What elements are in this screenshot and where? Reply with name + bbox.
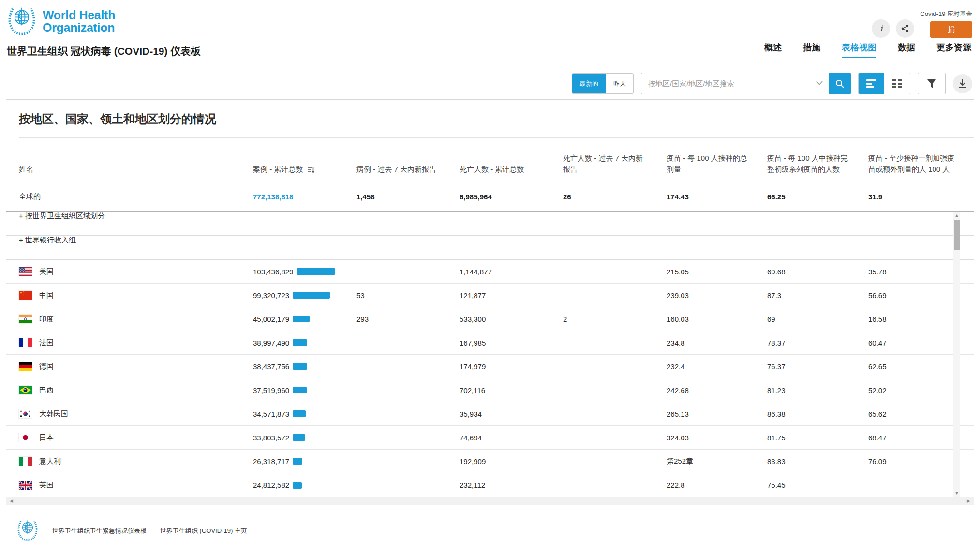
table-row[interactable]: 美国103,436,8291,144,877215.0569.6835.78	[6, 260, 974, 284]
column-header-0[interactable]: 姓名	[19, 159, 253, 182]
table-header-row: 姓名案例 - 累计总数病例 - 过去 7 天内新报告死亡人数 - 累计总数死亡人…	[6, 138, 974, 182]
vax-doses-value: 242.68	[667, 386, 767, 394]
filter-button[interactable]	[918, 73, 946, 94]
vax-full-value: 76.37	[767, 363, 868, 371]
vax-full-value: 83.83	[767, 457, 868, 466]
horizontal-scrollbar[interactable]: ◀ ▶	[6, 497, 974, 505]
cases-cell: 38,437,756	[253, 363, 356, 371]
global-row[interactable]: 全球的 772,138,818 1,458 6,985,964 26 174.4…	[6, 182, 974, 212]
grid-view-button[interactable]	[884, 73, 910, 94]
country-name: 英国	[39, 481, 54, 490]
download-icon	[959, 79, 966, 88]
cases-cell: 103,436,829	[253, 268, 356, 276]
country-name-cell: 意大利	[19, 457, 253, 466]
search-button[interactable]	[829, 73, 851, 94]
grid-view-icon	[892, 79, 902, 88]
table-row[interactable]: 印度45,002,179293533,3002160.036916.58	[6, 307, 974, 331]
vax-full-value: 69	[767, 315, 868, 323]
scroll-right-arrow-icon[interactable]: ▶	[967, 499, 970, 503]
vax-doses-value: 265.13	[667, 410, 767, 418]
global-deaths: 6,985,964	[460, 193, 563, 201]
cases-value: 37,519,960	[253, 386, 289, 394]
group-row-1[interactable]: + 世界银行收入组	[6, 236, 974, 260]
who-emblem-icon	[7, 5, 37, 37]
sort-icon[interactable]	[308, 167, 315, 174]
column-header-4[interactable]: 死亡人数 - 过去 7 天内新报告	[563, 148, 667, 182]
new-cases-value: 53	[356, 291, 460, 300]
nav-tab-overview[interactable]: 概述	[764, 42, 782, 58]
table-row[interactable]: 中国99,320,72353121,877239.0387.356.69	[6, 284, 974, 307]
who-logo-text: World Health Organization	[43, 9, 115, 34]
nav-tab-more-resources[interactable]: 更多资源	[936, 42, 971, 58]
country-name: 日本	[39, 433, 54, 442]
who-logo[interactable]: World Health Organization	[7, 5, 115, 38]
info-button[interactable]: i	[872, 19, 890, 38]
cases-cell: 99,320,723	[253, 291, 356, 300]
cases-bar	[293, 363, 307, 370]
deaths-value: 35,934	[460, 410, 563, 418]
column-header-2[interactable]: 病例 - 过去 7 天内新报告	[356, 159, 460, 182]
chevron-down-icon[interactable]	[816, 81, 823, 85]
vax-full-value: 69.68	[767, 268, 868, 276]
flag-de-icon	[19, 362, 32, 371]
search-input[interactable]	[641, 73, 829, 94]
column-header-7[interactable]: 疫苗 - 至少接种一剂加强疫苗或额外剂量的人 100 人	[868, 148, 974, 182]
column-header-label: 死亡人数 - 累计总数	[460, 164, 524, 175]
cases-value: 24,812,582	[253, 481, 289, 489]
cases-cell: 33,803,572	[253, 434, 356, 442]
table-toolbar: 最新的 昨天	[0, 73, 972, 94]
vax-doses-value: 232.4	[667, 363, 767, 371]
filter-icon	[927, 79, 936, 88]
latest-toggle-button[interactable]: 最新的	[572, 74, 606, 93]
cases-bar	[293, 316, 310, 322]
yesterday-toggle-button[interactable]: 昨天	[606, 74, 633, 93]
vertical-scrollbar[interactable]: ▲ ▼	[953, 212, 960, 497]
flag-br-icon	[19, 386, 32, 394]
covid-fund-label: Covid-19 应对基金	[920, 10, 972, 18]
group-row-0[interactable]: + 按世界卫生组织区域划分	[6, 212, 974, 236]
vertical-scrollbar-thumb[interactable]	[954, 220, 960, 250]
nav-tab-data[interactable]: 数据	[898, 42, 915, 58]
table-row[interactable]: 意大利26,318,717192,909第252章83.8376.09	[6, 450, 974, 473]
bar-view-button[interactable]	[859, 73, 884, 94]
table-row[interactable]: 德国38,437,756174,979232.476.3762.65	[6, 355, 974, 378]
table-row[interactable]: 日本33,803,57274,694324.0381.7568.47	[6, 426, 974, 450]
column-header-3[interactable]: 死亡人数 - 累计总数	[460, 159, 563, 182]
country-name-cell: 印度	[19, 315, 253, 324]
column-header-5[interactable]: 疫苗 - 每 100 人接种的总剂量	[667, 148, 767, 182]
table-row[interactable]: 大韩民国34,571,87335,934265.1386.3865.62	[6, 402, 974, 426]
cases-value: 34,571,873	[253, 410, 289, 418]
footer-link-emergencies-dashboard[interactable]: 世界卫生组织卫生紧急情况仪表板	[52, 527, 147, 535]
country-name-cell: 法国	[19, 338, 253, 347]
flag-kr-icon	[19, 409, 32, 418]
scroll-up-arrow-icon[interactable]: ▲	[953, 213, 960, 218]
table-row[interactable]: 英国24,812,582232,112222.875.45	[6, 473, 974, 497]
deaths-value: 74,694	[460, 434, 563, 442]
scroll-left-arrow-icon[interactable]: ◀	[10, 499, 13, 503]
scroll-down-arrow-icon[interactable]: ▼	[953, 491, 960, 496]
table-row[interactable]: 巴西37,519,960702,116242.6881.2352.02	[6, 378, 974, 402]
vax-doses-value: 239.03	[667, 291, 767, 300]
column-header-6[interactable]: 疫苗 - 每 100 人中接种完整初级系列疫苗的人数	[767, 148, 868, 182]
page-title: 世界卫生组织 冠状病毒 (COVID-19) 仪表板	[7, 45, 201, 58]
column-header-label: 姓名	[19, 164, 33, 175]
flag-in-icon	[19, 315, 32, 323]
table-row[interactable]: 法国38,997,490167,985234.878.3760.47	[6, 331, 974, 355]
nav-tab-table-view[interactable]: 表格视图	[842, 42, 876, 58]
donate-button[interactable]: 捐	[930, 21, 972, 38]
cases-value: 38,437,756	[253, 363, 289, 371]
table-card: 按地区、国家、领土和地区划分的情况 姓名案例 - 累计总数病例 - 过去 7 天…	[6, 99, 974, 505]
deaths-value: 192,909	[460, 457, 563, 466]
nav-tab-measures[interactable]: 措施	[803, 42, 820, 58]
column-header-1[interactable]: 案例 - 累计总数	[253, 159, 356, 182]
share-button[interactable]	[896, 19, 914, 38]
country-name-cell: 大韩民国	[19, 409, 253, 419]
footer-link-covid-home[interactable]: 世界卫生组织 (COVID-19) 主页	[160, 527, 247, 535]
global-cases-link[interactable]: 772,138,818	[253, 193, 293, 201]
download-button[interactable]	[953, 74, 972, 93]
cases-bar	[293, 458, 302, 465]
cases-cell: 26,318,717	[253, 457, 356, 466]
deaths-value: 174,979	[460, 363, 563, 371]
vax-doses-value: 324.03	[667, 434, 767, 442]
country-name-cell: 日本	[19, 433, 253, 442]
